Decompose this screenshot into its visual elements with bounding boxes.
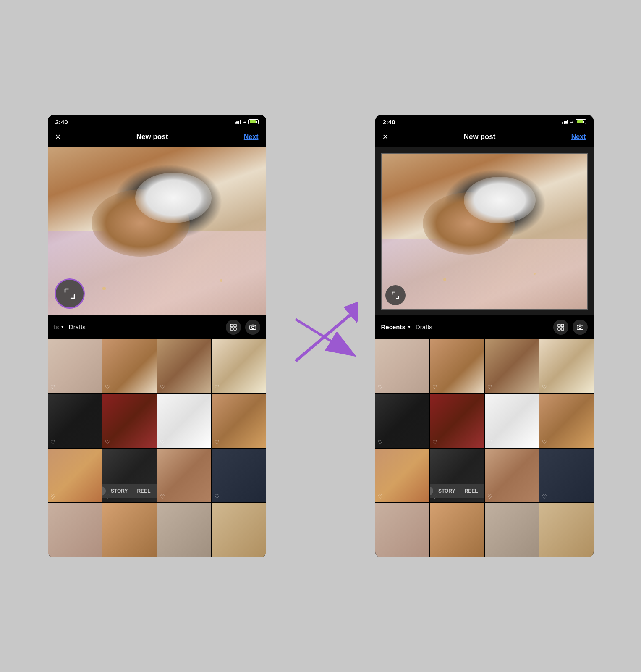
- svg-line-10: [296, 315, 350, 361]
- heart-icon-2: ♡: [105, 384, 110, 390]
- grid-cell-16[interactable]: [212, 503, 266, 557]
- grid-cell-5[interactable]: ♡: [48, 394, 102, 448]
- recents-label-hidden: ts: [54, 323, 59, 331]
- next-button-left[interactable]: Next: [244, 133, 259, 141]
- grid-cell-9[interactable]: ♡: [48, 449, 102, 503]
- svg-rect-1: [234, 324, 236, 327]
- multi-select-icon-right: [557, 324, 564, 331]
- preview-inner-right: [381, 153, 588, 310]
- grid-cell-11[interactable]: ♡: [157, 449, 212, 503]
- grid-cell-r10[interactable]: ♡ POST STORY REEL LIVE: [430, 449, 484, 503]
- multi-select-button-left[interactable]: [226, 320, 241, 335]
- grid-cell-15[interactable]: [157, 503, 212, 557]
- grid-cell-r13[interactable]: [375, 503, 429, 557]
- mode-post-left[interactable]: POST: [102, 486, 106, 496]
- toolbar-right-section: [226, 320, 260, 335]
- grid-cell-r4[interactable]: ♡: [539, 339, 594, 393]
- mode-post-right[interactable]: POST: [430, 486, 433, 496]
- photo-grid-left: ♡ ♡ ♡ ♡ ♡ ♡: [48, 339, 266, 557]
- mode-live-left[interactable]: LIVE: [156, 486, 157, 496]
- grid-cell-r11[interactable]: ♡: [485, 449, 539, 503]
- mode-story-left[interactable]: STORY: [107, 486, 132, 496]
- photo-grid-right: ♡ ♡ ♡ ♡ ♡ ♡: [375, 339, 594, 557]
- grid-cell-2[interactable]: ♡: [102, 339, 157, 393]
- crop-button-left-highlighted[interactable]: [55, 278, 85, 309]
- svg-rect-0: [230, 324, 233, 327]
- preview-area-left: [48, 147, 266, 315]
- grid-cell-r3[interactable]: ♡: [485, 339, 539, 393]
- mode-story-right[interactable]: STORY: [434, 486, 460, 496]
- next-button-right[interactable]: Next: [571, 133, 586, 141]
- multi-select-button-right[interactable]: [553, 320, 568, 335]
- drafts-link-right[interactable]: Drafts: [416, 323, 432, 331]
- toolbar-right-section-right: [553, 320, 588, 335]
- time-right: 2:40: [383, 118, 395, 126]
- camera-button-right[interactable]: [573, 320, 588, 335]
- heart-icon-r6: ♡: [432, 439, 437, 445]
- arrow-container: [279, 252, 363, 420]
- grid-cell-r9[interactable]: ♡: [375, 449, 429, 503]
- wifi-icon-left: ≈: [243, 119, 246, 125]
- mode-live-right[interactable]: LIVE: [483, 486, 484, 496]
- mode-reel-right[interactable]: REEL: [460, 486, 482, 496]
- mode-reel-left[interactable]: REEL: [133, 486, 155, 496]
- grid-cell-r14[interactable]: [430, 503, 484, 557]
- grid-cell-6[interactable]: ♡: [102, 394, 157, 448]
- svg-point-17: [579, 326, 581, 329]
- grid-cell-12[interactable]: ♡: [212, 449, 266, 503]
- chevron-icon-right[interactable]: ▾: [408, 324, 411, 330]
- drafts-link-left[interactable]: Drafts: [69, 323, 86, 331]
- svg-rect-13: [561, 324, 564, 327]
- heart-icon-r1: ♡: [378, 384, 383, 390]
- grid-cell-r2[interactable]: ♡: [430, 339, 484, 393]
- grid-cell-1[interactable]: ♡: [48, 339, 102, 393]
- svg-point-18: [582, 326, 583, 326]
- svg-point-6: [254, 326, 255, 326]
- heart-icon-r3: ♡: [487, 384, 492, 390]
- toolbar-right: Recents ▾ Drafts: [375, 315, 594, 339]
- grid-cell-7[interactable]: ♡: [157, 394, 212, 448]
- signal-icon-left: [235, 120, 241, 124]
- battery-icon-left: [248, 119, 259, 124]
- grid-cell-r1[interactable]: ♡: [375, 339, 429, 393]
- time-left: 2:40: [55, 118, 68, 126]
- left-phone-screen: 2:40 ≈ × New post Next: [48, 115, 266, 557]
- heart-icon-12: ♡: [215, 494, 220, 500]
- wifi-icon-right: ≈: [570, 119, 573, 125]
- grid-cell-r8[interactable]: ♡: [539, 394, 594, 448]
- grid-cell-3[interactable]: ♡: [157, 339, 212, 393]
- svg-rect-14: [558, 328, 560, 330]
- header-title-right: New post: [464, 133, 496, 141]
- close-button-right[interactable]: ×: [383, 131, 388, 142]
- grid-cell-r12[interactable]: ♡: [539, 449, 594, 503]
- camera-button-left[interactable]: [245, 320, 260, 335]
- grid-cell-14[interactable]: [102, 503, 157, 557]
- close-button-left[interactable]: ×: [55, 131, 61, 142]
- grid-cell-r6[interactable]: ♡: [430, 394, 484, 448]
- crop-button-right[interactable]: [385, 285, 406, 305]
- chevron-icon-left[interactable]: ▾: [61, 324, 64, 330]
- grid-cell-13[interactable]: [48, 503, 102, 557]
- heart-icon-5: ♡: [50, 439, 55, 445]
- signal-icon-right: [562, 120, 568, 124]
- grid-cell-8[interactable]: ♡: [212, 394, 266, 448]
- recents-label-right[interactable]: Recents: [381, 323, 406, 331]
- grid-cell-4[interactable]: ♡: [212, 339, 266, 393]
- heart-icon-r11: ♡: [487, 494, 492, 500]
- grid-cell-r7[interactable]: ♡: [485, 394, 539, 448]
- grid-cell-10[interactable]: ♡ POST STORY REEL LIVE: [102, 449, 157, 503]
- grid-cell-r16[interactable]: [539, 503, 594, 557]
- grid-cell-r5[interactable]: ♡: [375, 394, 429, 448]
- heart-icon-r2: ♡: [432, 384, 437, 390]
- toolbar-left-section-right: Recents ▾ Drafts: [381, 323, 432, 331]
- heart-icon-11: ♡: [160, 494, 165, 500]
- heart-icon-8: ♡: [215, 439, 220, 445]
- header-right: × New post Next: [375, 127, 594, 147]
- toolbar-left-section: ts ▾ Drafts: [54, 323, 86, 331]
- heart-icon-9: ♡: [50, 494, 55, 500]
- grid-cell-r15[interactable]: [485, 503, 539, 557]
- header-title-left: New post: [136, 133, 168, 141]
- screenshots-container: 2:40 ≈ × New post Next: [48, 115, 594, 557]
- right-phone-screen: 2:40 ≈ × New post Next: [375, 115, 594, 557]
- svg-rect-3: [234, 328, 236, 330]
